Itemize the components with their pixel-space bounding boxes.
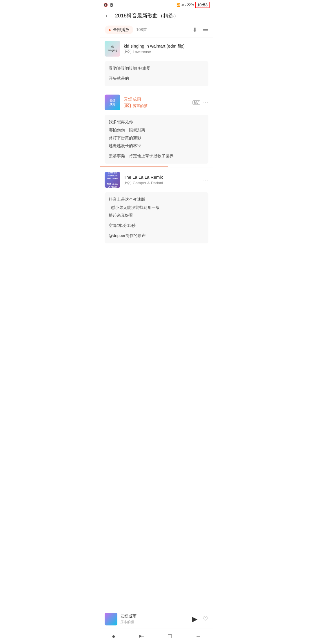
comment-2-line-3: 路灯下昏黄的剪影 [109,134,204,142]
song-actions-3: ··· [203,177,208,183]
battery-text: 22% [187,3,194,7]
song-list: kidsinging kid singing in walmart (edm f… [100,37,213,247]
comment-box-2: 我多想再见你 哪怕匆匆一眼就别离 路灯下昏黄的剪影 越走越漫长的林径 羡慕李诞，… [105,115,208,164]
song-artist-1: Lowercase [133,50,151,54]
mv-badge-2[interactable]: MV [192,100,200,105]
song-row-2[interactable]: 云烟成雨 云烟成雨 SQ 房东的猫 MV ··· [100,91,213,114]
song-row-3[interactable]: GAMPER& DADONIfeat. DNKRTHE LA LALA REMI… [100,169,213,191]
comment-2-line-2: 哪怕匆匆一眼就别离 [109,126,204,134]
sound-icon: 🔇 [103,3,108,7]
song-artist-2: 房东的猫 [132,103,148,108]
song-meta-2: SQ 房东的猫 [124,103,192,108]
download-icon[interactable]: ⬇ [192,26,197,33]
song-title-3: The La La La Remix [124,175,203,180]
signal-icons: 📶 4G [176,3,186,7]
song-count: 108首 [136,27,147,32]
cover-image-3: GAMPER& DADONIfeat. DNKRTHE LA LALA REMI… [105,172,120,188]
play-all-label: 全部播放 [113,27,129,32]
song-meta-1: HQ Lowercase [124,50,203,54]
song-item-3: GAMPER& DADONIfeat. DNKRTHE LA LALA REMI… [100,169,213,247]
song-cover-3: GAMPER& DADONIfeat. DNKRTHE LA LALA REMI… [105,172,120,188]
bottom-spacer [100,248,213,280]
list-icon[interactable]: ≔ [203,26,208,33]
status-bar: 🔇 🖼 📶 4G 22% 10:53 [100,0,213,9]
song-actions-2: MV ··· [192,100,208,106]
status-right: 📶 4G 22% 10:53 [176,2,210,8]
song-info-3: The La La La Remix HQ Gamper & Dadoni [124,175,203,185]
song-cover-1: kidsinging [105,41,120,57]
more-button-1[interactable]: ··· [203,46,208,52]
toolbar: ▶ 全部播放 108首 ⬇ ≔ [100,23,213,37]
comment-2-line-4: 越走越漫长的林径 [109,142,204,149]
toolbar-actions: ⬇ ≔ [192,26,208,33]
comment-3-line-5: @dripper制作的原声 [109,232,204,239]
cover-image-1: kidsinging [105,41,120,57]
quality-badge-2: SQ [124,104,131,108]
comment-3-line-1: 抖音上是这个变速版 [109,196,204,203]
song-title-1: kid singing in walmart (edm flip) [124,44,203,48]
song-item-1: kidsinging kid singing in walmart (edm f… [100,37,213,90]
comment-line-2: 开头就是的 [109,75,204,82]
more-button-3[interactable]: ··· [203,177,208,183]
song-row-1[interactable]: kidsinging kid singing in walmart (edm f… [100,37,213,60]
comment-3-line-3: 摇起来真好看 [109,212,204,219]
play-icon: ▶ [109,28,111,32]
play-all-button[interactable]: ▶ 全部播放 [105,26,133,34]
time-display: 10:53 [195,2,210,8]
comment-box-1: 哎哟咦哎哟哎哟 好难受 开头就是的 [105,61,208,86]
comment-line-1: 哎哟咦哎哟哎哟 好难受 [109,65,204,72]
comment-2-line-5: 羡慕李诞，肯定他上辈子拯救了世界 [109,152,204,160]
comment-2-line-1: 我多想再见你 [109,118,204,126]
song-actions-1: ··· [203,46,208,52]
more-button-2[interactable]: ··· [203,100,208,106]
song-info-1: kid singing in walmart (edm flip) HQ Low… [124,44,203,54]
song-cover-2: 云烟成雨 [105,95,120,110]
active-progress-line [100,167,168,167]
back-button[interactable]: ← [105,13,110,19]
song-meta-3: HQ Gamper & Dadoni [124,181,203,185]
comment-3-line-2: 怼小弟无能没能找到那一版 [109,204,204,211]
song-info-2: 云烟成雨 SQ 房东的猫 [124,97,192,108]
status-left: 🔇 🖼 [103,3,113,7]
song-title-2: 云烟成雨 [124,97,192,102]
cover-image-2: 云烟成雨 [105,95,120,110]
comment-box-3: 抖音上是这个变速版 怼小弟无能没能找到那一版 摇起来真好看 空降到1分15秒 @… [105,192,208,243]
song-item-2: 云烟成雨 云烟成雨 SQ 房东的猫 MV ··· 我多想再见你 哪怕匆匆一眼就别… [100,91,213,167]
comment-3-line-4: 空降到1分15秒 [109,222,204,229]
header: ← 2018抖音最新歌曲（精选） [100,9,213,23]
quality-badge-1: HQ [124,50,131,54]
quality-badge-3: HQ [124,181,131,185]
image-icon: 🖼 [110,3,113,7]
song-artist-3: Gamper & Dadoni [133,181,163,185]
page-title: 2018抖音最新歌曲（精选） [115,12,179,19]
